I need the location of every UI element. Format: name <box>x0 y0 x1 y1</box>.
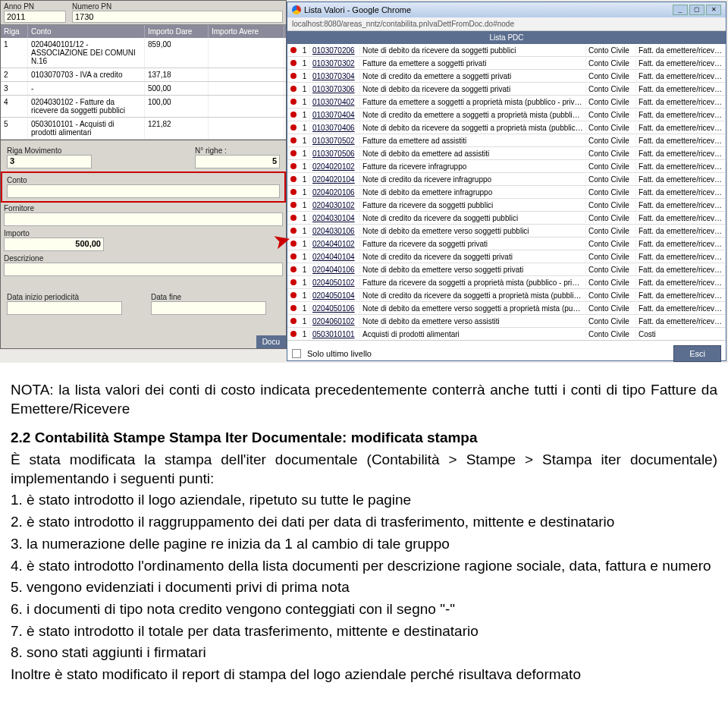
red-dot-icon <box>290 241 297 247</box>
list-item-2: 2. è stato introdotto il raggruppamento … <box>11 513 717 532</box>
pdc-row[interactable]: 10204030102Fatture da ricevere da sogget… <box>287 199 726 212</box>
intro-paragraph: È stata modificata la stampa dell'iter d… <box>11 451 717 488</box>
nrighe-label: N° righe : <box>195 146 280 155</box>
pdc-row[interactable]: 10103070306Note di debito da ricevere da… <box>287 83 726 96</box>
popup-titlebar: Lista Valori - Google Chrome _ ▢ ✕ <box>287 2 726 17</box>
pdc-row[interactable]: 10204050106Note di debito da emettere ve… <box>287 302 726 315</box>
importo-label: Importo <box>4 229 104 238</box>
pdc-row[interactable]: 10204040102Fatture da ricevere da sogget… <box>287 238 726 250</box>
movements-grid: Riga Conto Importo Dare Importo Avere 10… <box>1 25 286 140</box>
pdc-row[interactable]: 10103070506Note di debito da emettere ad… <box>287 147 726 160</box>
lista-valori-popup: Lista Valori - Google Chrome _ ▢ ✕ local… <box>287 2 726 361</box>
red-dot-icon <box>290 137 297 143</box>
pdc-row[interactable]: 10204020106Note di debito da emettere in… <box>287 186 726 199</box>
riga-mov-value[interactable]: 3 <box>7 155 92 168</box>
solo-ultimo-label: Solo ultimo livello <box>307 349 372 358</box>
descrizione-label: Descrizione <box>4 254 283 263</box>
fornitore-input[interactable] <box>4 212 283 226</box>
pdc-row[interactable]: 10103070404Note di credito da emettere a… <box>287 109 726 121</box>
red-dot-icon <box>290 150 297 156</box>
pdc-row[interactable]: 10204040106Note di debito da emettere ve… <box>287 263 726 276</box>
pdc-row[interactable]: 10204050102Fatture da ricevere da sogget… <box>287 276 726 289</box>
red-dot-icon <box>290 305 297 311</box>
red-dot-icon <box>290 228 297 234</box>
address-bar[interactable]: localhost:8080/areas_nntz/contabilita.pn… <box>287 17 726 31</box>
pdc-row[interactable]: 10103070302Fatture da emettere a soggett… <box>287 57 726 70</box>
list-item-3: 3. la numerazione delle pagine re inizia… <box>11 535 717 554</box>
docu-button[interactable]: Docu <box>256 335 286 348</box>
anno-value[interactable]: 2011 <box>4 11 66 23</box>
importo-value[interactable]: 500,00 <box>4 238 104 251</box>
list-item-6: 6. i documenti di tipo nota credito veng… <box>11 600 717 619</box>
pdc-row[interactable]: 10204030104Note di credito da ricevere d… <box>287 212 726 225</box>
red-dot-icon <box>290 47 297 53</box>
pdc-row[interactable]: 10204050104Note di credito da ricevere d… <box>287 289 726 302</box>
section-heading: 2.2 Contabilità Stampe Stampa Iter Docum… <box>11 429 478 445</box>
table-row[interactable]: 10204040101/12 - ASSOCIAZIONE DEI COMUNI… <box>1 38 286 68</box>
data-inizio-input[interactable] <box>7 301 122 315</box>
red-dot-icon <box>290 318 297 324</box>
pdc-row[interactable]: 10204020104Note di credito da ricevere i… <box>287 173 726 186</box>
list-item-7: 7. è stato introdotto il totale per data… <box>11 622 717 641</box>
pdc-row[interactable]: 10204020102Fatture da ricevere infragrup… <box>287 160 726 173</box>
pdc-row[interactable]: 10503010101Acquisti di prodotti alimenta… <box>287 328 726 340</box>
red-dot-icon <box>290 331 297 337</box>
red-dot-icon <box>290 124 297 131</box>
riga-mov-label: Riga Movimento <box>7 146 92 155</box>
maximize-button[interactable]: ▢ <box>689 5 704 15</box>
red-dot-icon <box>290 163 297 169</box>
table-row[interactable]: 50503010101 - Acquisti di prodotti alime… <box>1 118 286 140</box>
screenshot-area: Anno PN 2011 Numero PN 1730 Riga Conto I… <box>0 0 728 363</box>
document-body: NOTA: la lista valori dei conti di costo… <box>0 363 728 698</box>
note-paragraph: NOTA: la lista valori dei conti di costo… <box>11 381 717 418</box>
list-item-1: 1. è stato introdotto il logo aziendale,… <box>11 491 717 510</box>
red-dot-icon <box>290 253 297 260</box>
red-dot-icon <box>290 189 297 195</box>
red-dot-icon <box>290 176 297 182</box>
pdc-row[interactable]: 10204060102Note di debito da emettere ve… <box>287 315 726 328</box>
table-row[interactable]: 40204030102 - Fatture da ricevere da sog… <box>1 96 286 118</box>
col-riga: Riga <box>1 25 28 38</box>
col-conto: Conto <box>28 25 145 38</box>
fornitore-label: Fornitore <box>4 204 283 212</box>
pdc-row[interactable]: 10103070502Fatture da emettere ad assist… <box>287 134 726 147</box>
pdc-row[interactable]: 10204040104Note di credito da ricevere d… <box>287 250 726 263</box>
nrighe-value: 5 <box>195 155 280 168</box>
red-dot-icon <box>290 73 297 79</box>
conto-label: Conto <box>7 176 280 184</box>
table-row[interactable]: 3-500,00 <box>1 82 286 96</box>
pdc-row[interactable]: 10204030106Note di debito da emettere ve… <box>287 225 726 238</box>
numero-value[interactable]: 1730 <box>72 11 283 23</box>
closing-paragraph: Inoltre è stato modificato il report di … <box>11 665 717 684</box>
list-item-4: 4. è stato introdotto l'ordinamento dell… <box>11 557 717 576</box>
red-dot-icon <box>290 215 297 221</box>
list-item-5: 5. vengono evidenziati i documenti privi… <box>11 578 717 597</box>
red-dot-icon <box>290 112 297 118</box>
solo-ultimo-checkbox[interactable] <box>292 349 301 358</box>
pdc-row[interactable]: 10103070304Note di credito da emettere a… <box>287 70 726 83</box>
pdc-row[interactable]: 10103070206Note di debito da ricevere da… <box>287 44 726 57</box>
col-dare: Importo Dare <box>145 25 209 38</box>
close-button[interactable]: ✕ <box>706 5 721 15</box>
main-form-panel: Anno PN 2011 Numero PN 1730 Riga Conto I… <box>0 0 287 349</box>
pdc-row[interactable]: 10103070402Fatture da emettere a soggett… <box>287 96 726 109</box>
red-dot-icon <box>290 279 297 285</box>
minimize-button[interactable]: _ <box>673 5 688 15</box>
red-dot-icon <box>290 60 297 66</box>
table-row[interactable]: 20103070703 - IVA a credito137,18 <box>1 68 286 82</box>
esci-button[interactable]: Esci <box>673 345 721 362</box>
pdc-header: Lista PDC <box>287 31 726 44</box>
data-fine-input[interactable] <box>151 301 266 315</box>
pdc-row[interactable]: 10103070406Note di debito da ricevere da… <box>287 121 726 134</box>
red-dot-icon <box>290 266 297 272</box>
pdc-list[interactable]: 10103070206Note di debito da ricevere da… <box>287 44 726 340</box>
numero-label: Numero PN <box>72 2 283 11</box>
red-dot-icon <box>290 202 297 208</box>
conto-input[interactable] <box>7 184 280 198</box>
data-fine-label: Data fine <box>151 293 266 301</box>
descrizione-input[interactable] <box>4 263 283 276</box>
col-avere: Importo Avere <box>209 25 284 38</box>
anno-label: Anno PN <box>4 2 66 11</box>
red-dot-icon <box>290 99 297 105</box>
red-dot-icon <box>290 86 297 92</box>
